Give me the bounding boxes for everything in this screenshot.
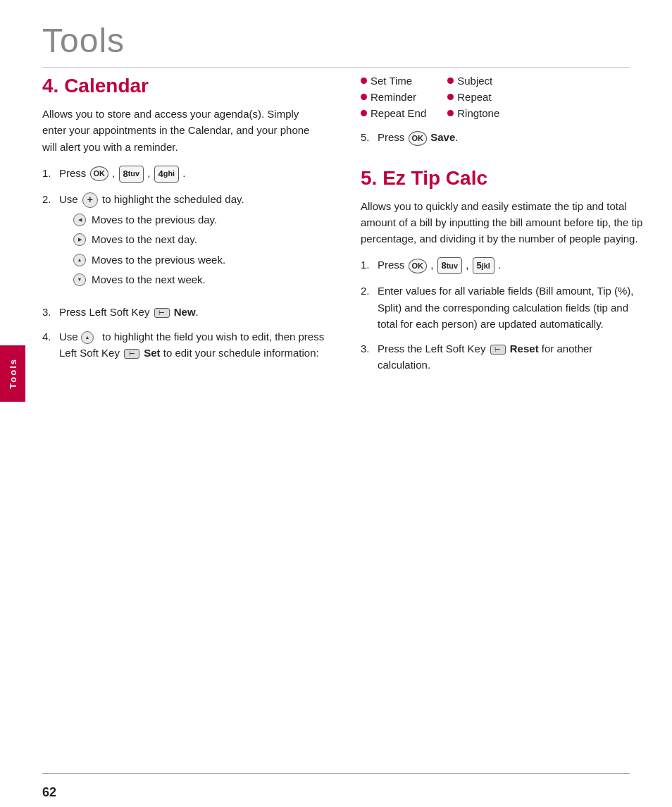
step-3-content: Press Left Soft Key New.	[59, 304, 325, 320]
col-left: 4. Calendar Allows you to store and acce…	[42, 68, 347, 759]
step-5-num: 5.	[361, 129, 378, 145]
arrow-down-icon	[73, 273, 86, 286]
step-3-num: 3.	[42, 304, 59, 320]
eztip-step-1-num: 1.	[361, 257, 378, 273]
eztip-heading: 5. Ez Tip Calc	[361, 167, 644, 190]
eztip-description: Allows you to quickly and easily estimat…	[361, 198, 644, 247]
page-number: 62	[42, 785, 56, 800]
step-2-num: 2.	[42, 191, 59, 207]
eztip-step-3: 3. Press the Left Soft Key Reset for ano…	[361, 340, 644, 374]
bullet-dot-4	[447, 78, 454, 84]
calendar-step-1: 1. Press OK , 8 tuv , 4 ghi .	[42, 165, 325, 183]
bullet-col-2: Subject Repeat Ringtone	[447, 75, 499, 119]
eztip-step-1: 1. Press OK , 8 tuv , 5 jkl .	[361, 257, 644, 274]
key-5jkl: 5 jkl	[473, 257, 494, 274]
bullet-dot-6	[447, 110, 454, 116]
step-2-sublist: Moves to the previous day. Moves to the …	[73, 212, 325, 288]
ok-key-5: OK	[409, 131, 428, 146]
step-1-num: 1.	[42, 165, 59, 181]
calendar-step-3: 3. Press Left Soft Key New.	[42, 304, 325, 320]
col-right: Set Time Reminder Repeat End Subject	[347, 68, 644, 759]
key-8tuv-ez: 8 tuv	[437, 257, 462, 274]
key-4ghi: 4 ghi	[154, 166, 179, 183]
softkey-icon-reset	[490, 345, 506, 355]
key-8tuv: 8 tuv	[119, 166, 144, 183]
eztip-step-3-content: Press the Left Soft Key Reset for anothe…	[378, 340, 644, 374]
eztip-step-2-content: Enter values for all variable fields (Bi…	[378, 283, 644, 332]
softkey-icon-set	[124, 349, 139, 359]
softkey-icon-new	[154, 308, 170, 318]
sub-item-prev-day-text: Moves to the previous day.	[92, 212, 217, 228]
bullet-dot-5	[447, 94, 454, 100]
sub-item-prev-day: Moves to the previous day.	[73, 212, 325, 228]
bullet-ringtone: Ringtone	[447, 107, 499, 119]
nav-cross-icon	[82, 192, 98, 208]
bullet-set-time-label: Set Time	[371, 75, 412, 87]
arrow-left-icon	[73, 214, 86, 226]
sub-item-next-week: Moves to the next week.	[73, 272, 325, 288]
sidebar-label-text: Tools	[8, 358, 18, 389]
calendar-step-2: 2. Use to highlight the scheduled day. M…	[42, 191, 325, 295]
bullet-ringtone-label: Ringtone	[457, 107, 499, 119]
bullet-subject: Subject	[447, 75, 499, 87]
new-label: New	[174, 306, 196, 318]
sub-item-prev-week-text: Moves to the previous week.	[92, 252, 225, 269]
step-4-num: 4.	[42, 328, 59, 345]
bullet-col-1: Set Time Reminder Repeat End	[361, 75, 426, 119]
bullet-repeat-end-label: Repeat End	[371, 107, 426, 119]
reset-label: Reset	[510, 343, 539, 355]
bullet-dot-1	[361, 78, 367, 84]
main-columns: 4. Calendar Allows you to store and acce…	[0, 68, 672, 759]
step-5-content: Press OK Save.	[378, 129, 644, 146]
page-title: Tools	[0, 0, 672, 67]
arrow-up-small-icon	[81, 331, 94, 344]
bullet-reminder-label: Reminder	[371, 91, 416, 103]
bullet-subject-label: Subject	[457, 75, 492, 87]
calendar-step-4: 4. Use to highlight the field you wish t…	[42, 328, 325, 362]
bullet-repeat: Repeat	[447, 91, 499, 103]
bullet-dot-3	[361, 110, 367, 116]
eztip-step-2: 2. Enter values for all variable fields …	[361, 283, 644, 332]
sidebar-label: Tools	[0, 345, 25, 402]
bullet-repeat-label: Repeat	[457, 91, 491, 103]
bottom-bar: 62	[42, 773, 630, 807]
sub-item-next-day-text: Moves to the next day.	[92, 232, 197, 248]
step-2-content: Use to highlight the scheduled day. Move…	[59, 191, 325, 295]
bullet-repeat-end: Repeat End	[361, 107, 426, 119]
eztip-step-1-content: Press OK , 8 tuv , 5 jkl .	[378, 257, 644, 274]
eztip-step-3-num: 3.	[361, 340, 378, 357]
bullet-dot-2	[361, 94, 367, 100]
sub-item-next-week-text: Moves to the next week.	[92, 272, 206, 288]
sub-item-next-day: Moves to the next day.	[73, 232, 325, 248]
sub-item-prev-week: Moves to the previous week.	[73, 252, 325, 269]
ok-key-1: OK	[90, 166, 109, 181]
calendar-heading: 4. Calendar	[42, 75, 325, 97]
arrow-up-icon	[73, 254, 86, 266]
bullet-set-time: Set Time	[361, 75, 426, 87]
step-4-content: Use to highlight the field you wish to e…	[59, 328, 325, 362]
ok-key-ez1: OK	[409, 259, 428, 273]
eztip-step-2-num: 2.	[361, 283, 378, 299]
save-label: Save	[430, 131, 455, 143]
calendar-bullet-list: Set Time Reminder Repeat End Subject	[361, 75, 644, 119]
bullet-reminder: Reminder	[361, 91, 426, 103]
calendar-step-5: 5. Press OK Save.	[361, 129, 644, 146]
calendar-description: Allows you to store and access your agen…	[42, 106, 325, 155]
page-container: Tools Tools 4. Calendar Allows you to st…	[0, 0, 672, 807]
arrow-right-icon	[73, 233, 86, 246]
set-label: Set	[144, 347, 160, 359]
step-1-content: Press OK , 8 tuv , 4 ghi .	[59, 165, 325, 183]
